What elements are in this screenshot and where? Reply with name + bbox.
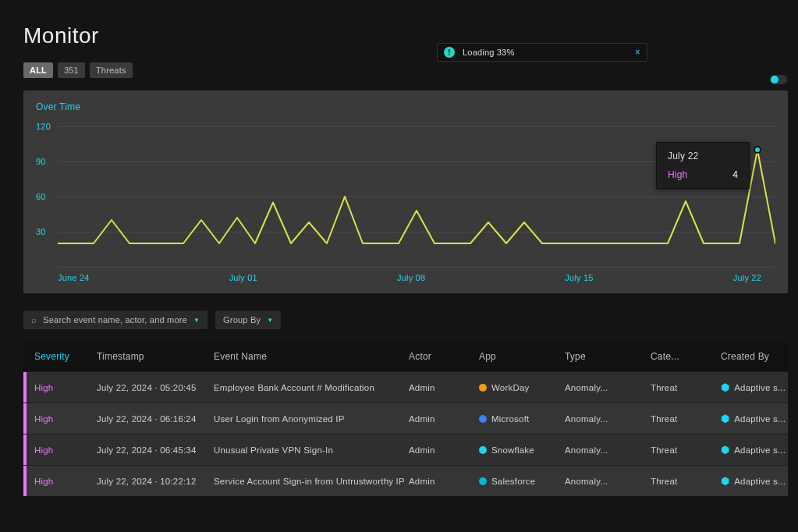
cell-timestamp: July 22, 2024 · 06:16:24 xyxy=(97,414,214,424)
xtick: July 01 xyxy=(229,273,257,282)
cell-actor: Admin xyxy=(409,383,479,392)
shield-icon: ⬢ xyxy=(721,475,729,487)
shield-icon: ⬢ xyxy=(721,381,729,393)
app-icon xyxy=(479,477,487,485)
cell-severity: High xyxy=(34,445,97,455)
cell-created-by: ⬢Adaptive s... xyxy=(721,413,798,424)
cell-event-name: Unusual Private VPN Sign-In xyxy=(214,445,409,455)
chart-hover-dot xyxy=(754,146,761,154)
search-icon: ⌕ xyxy=(31,315,37,325)
table-row[interactable]: HighJuly 22, 2024 · 05:20:45Employee Ban… xyxy=(23,371,788,403)
col-created-by[interactable]: Created By xyxy=(721,351,798,362)
cell-app: Snowflake xyxy=(479,445,565,455)
tooltip-date: July 22 xyxy=(668,151,738,161)
cell-category: Threat xyxy=(651,383,721,392)
ytick-30: 30 xyxy=(36,227,46,236)
search-placeholder: Search event name, actor, and more xyxy=(43,315,187,325)
cell-category: Threat xyxy=(651,445,721,455)
tooltip-value: 4 xyxy=(732,169,738,180)
table-row[interactable]: HighJuly 22, 2024 · 06:45:34Unusual Priv… xyxy=(23,434,788,465)
cell-severity: High xyxy=(34,414,97,424)
col-app[interactable]: App xyxy=(479,351,565,362)
cell-app: Salesforce xyxy=(479,477,565,486)
xtick: July 08 xyxy=(397,273,425,282)
page-title: Monitor xyxy=(23,23,798,48)
col-timestamp[interactable]: Timestamp xyxy=(97,351,214,362)
col-severity[interactable]: Severity xyxy=(34,351,97,362)
col-event-name[interactable]: Event Name xyxy=(214,351,409,362)
xtick: July 22 xyxy=(733,273,761,282)
tab-count[interactable]: 351 xyxy=(58,62,85,78)
app-icon xyxy=(479,384,487,392)
cell-timestamp: July 22, 2024 · 10:22:12 xyxy=(97,477,214,486)
filter-row: ⌕ Search event name, actor, and more ▼ G… xyxy=(23,310,788,329)
ytick-90: 90 xyxy=(36,157,46,166)
cell-actor: Admin xyxy=(409,477,479,486)
ytick-120: 120 xyxy=(36,122,51,131)
filter-tabs: ALL 351 Threats xyxy=(23,62,798,78)
xtick: July 15 xyxy=(565,273,593,282)
tab-threats[interactable]: Threats xyxy=(90,62,133,78)
shield-icon: ⬢ xyxy=(721,444,729,456)
cell-severity: High xyxy=(34,383,97,392)
col-category[interactable]: Cate... xyxy=(651,351,721,362)
cell-type: Anomaly... xyxy=(565,477,651,486)
table-row[interactable]: HighJuly 22, 2024 · 10:22:12Service Acco… xyxy=(23,465,788,496)
cell-created-by: ⬢Adaptive s... xyxy=(721,475,798,487)
cell-type: Anomaly... xyxy=(565,445,651,455)
cell-event-name: Employee Bank Account # Modification xyxy=(214,383,409,392)
view-toggle[interactable] xyxy=(770,75,787,84)
alert-icon: ! xyxy=(444,47,455,58)
cell-app: Microsoft xyxy=(479,414,565,424)
x-axis-ticks: June 24 July 01 July 08 July 15 July 22 xyxy=(58,273,761,282)
search-input[interactable]: ⌕ Search event name, actor, and more ▼ xyxy=(23,310,207,329)
ytick-60: 60 xyxy=(36,192,46,201)
table-header: Severity Timestamp Event Name Actor App … xyxy=(23,342,788,371)
toast-text: Loading 33% xyxy=(463,48,514,57)
chevron-down-icon: ▼ xyxy=(193,317,200,324)
cell-created-by: ⬢Adaptive s... xyxy=(721,381,798,393)
loading-toast: ! Loading 33% × xyxy=(437,43,647,62)
cell-created-by: ⬢Adaptive s... xyxy=(721,444,798,456)
col-type[interactable]: Type xyxy=(565,351,651,362)
cell-type: Anomaly... xyxy=(565,414,651,424)
cell-category: Threat xyxy=(651,414,721,424)
tooltip-severity: High xyxy=(668,169,687,180)
app-icon xyxy=(479,446,487,454)
xtick: June 24 xyxy=(58,273,90,282)
tab-all[interactable]: ALL xyxy=(23,62,53,78)
col-actor[interactable]: Actor xyxy=(409,351,479,362)
cell-app: WorkDay xyxy=(479,383,565,392)
cell-timestamp: July 22, 2024 · 06:45:34 xyxy=(97,445,214,455)
close-icon[interactable]: × xyxy=(635,47,640,58)
groupby-label: Group By xyxy=(223,315,261,325)
cell-type: Anomaly... xyxy=(565,383,651,392)
groupby-select[interactable]: Group By ▼ xyxy=(215,310,281,329)
app-icon xyxy=(479,415,487,423)
cell-severity: High xyxy=(34,477,97,486)
cell-timestamp: July 22, 2024 · 05:20:45 xyxy=(97,383,214,392)
cell-actor: Admin xyxy=(409,414,479,424)
table-body: HighJuly 22, 2024 · 05:20:45Employee Ban… xyxy=(23,371,788,496)
cell-actor: Admin xyxy=(409,445,479,455)
chart-title: Over Time xyxy=(36,101,775,112)
chart-plot-area[interactable]: 120 90 60 30 July 22 High 4 xyxy=(36,126,775,267)
cell-category: Threat xyxy=(651,477,721,486)
chevron-down-icon: ▼ xyxy=(267,317,273,324)
cell-event-name: Service Account Sign-in from Untrustwort… xyxy=(214,477,409,486)
chart-tooltip: July 22 High 4 xyxy=(656,142,750,189)
table-row[interactable]: HighJuly 22, 2024 · 06:16:24User Login f… xyxy=(23,403,788,434)
over-time-chart: Over Time 120 90 60 30 July 22 High 4 xyxy=(23,90,788,293)
cell-event-name: User Login from Anonymized IP xyxy=(214,414,409,424)
shield-icon: ⬢ xyxy=(721,413,729,424)
